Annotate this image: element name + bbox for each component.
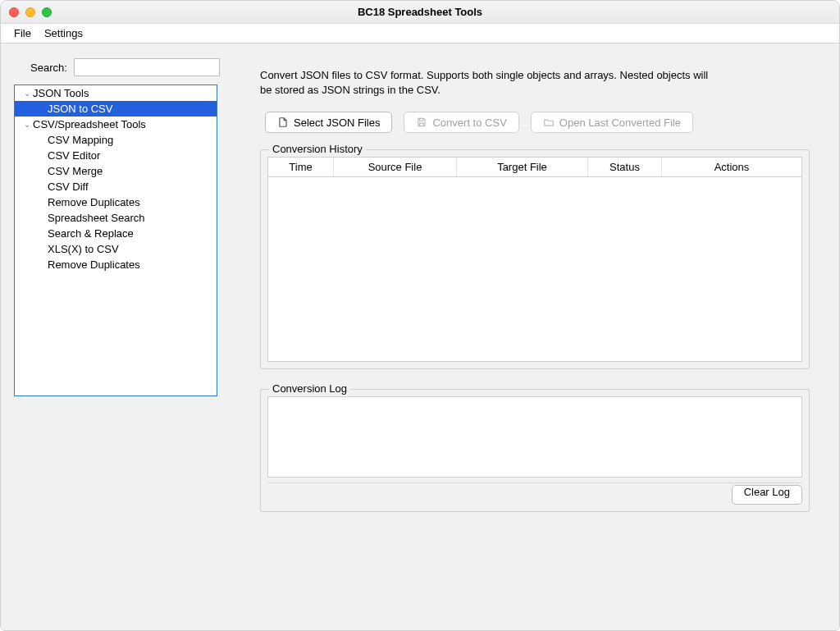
log-footer: Clear Log: [267, 482, 802, 505]
log-textarea[interactable]: [267, 396, 802, 478]
history-header: Time Source File Target File Status Acti…: [268, 158, 801, 177]
content: Search: ⌄ JSON Tools JSON to CSV ⌄ CSV/S…: [1, 43, 839, 630]
col-time[interactable]: Time: [268, 158, 334, 176]
menu-settings[interactable]: Settings: [38, 25, 89, 41]
menubar: File Settings: [1, 24, 839, 43]
tree-item-json-to-csv[interactable]: JSON to CSV: [15, 101, 217, 117]
close-icon[interactable]: [9, 7, 19, 17]
tree-item-search-replace[interactable]: Search & Replace: [15, 226, 217, 241]
chevron-down-icon: ⌄: [21, 89, 33, 98]
col-status[interactable]: Status: [588, 158, 662, 176]
col-actions[interactable]: Actions: [662, 158, 801, 176]
history-legend: Conversion History: [269, 143, 366, 155]
tree-group-json-tools[interactable]: ⌄ JSON Tools: [15, 85, 217, 101]
window-title: BC18 Spreadsheet Tools: [1, 6, 839, 18]
tree-item-label: Spreadsheet Search: [48, 212, 145, 224]
file-icon: [277, 117, 289, 128]
clear-log-button[interactable]: Clear Log: [732, 485, 802, 505]
tree-item-remove-duplicates-2[interactable]: Remove Duplicates: [15, 257, 217, 272]
minimize-icon[interactable]: [25, 7, 35, 17]
save-icon: [416, 117, 427, 128]
tree-item-label: Search & Replace: [48, 227, 134, 240]
tree-item-label: CSV Diff: [48, 181, 89, 193]
tree-item-label: Remove Duplicates: [48, 258, 140, 271]
search-label: Search:: [30, 62, 67, 74]
zoom-icon[interactable]: [42, 7, 52, 17]
tool-description: Convert JSON files to CSV format. Suppor…: [260, 68, 719, 97]
button-row: Select JSON Files Convert to CSV Open La…: [265, 112, 810, 133]
tree-group-csv-tools[interactable]: ⌄ CSV/Spreadsheet Tools: [15, 117, 217, 132]
tree-item-csv-mapping[interactable]: CSV Mapping: [15, 132, 217, 148]
tree-item-label: CSV Editor: [48, 149, 100, 162]
titlebar: BC18 Spreadsheet Tools: [1, 1, 839, 24]
log-legend: Conversion Log: [269, 382, 350, 395]
app-window: BC18 Spreadsheet Tools File Settings Sea…: [0, 0, 840, 631]
tree-group-label: CSV/Spreadsheet Tools: [33, 118, 146, 130]
col-target-file[interactable]: Target File: [457, 158, 588, 176]
conversion-history-group: Conversion History Time Source File Targ…: [260, 149, 810, 369]
tree-item-label: JSON to CSV: [48, 103, 112, 115]
window-controls: [9, 7, 52, 17]
conversion-log-group: Conversion Log Clear Log: [260, 389, 810, 512]
tree-item-label: XLS(X) to CSV: [48, 243, 119, 255]
chevron-down-icon: ⌄: [21, 120, 33, 129]
tree-item-xls-to-csv[interactable]: XLS(X) to CSV: [15, 241, 217, 257]
tree-item-remove-duplicates-1[interactable]: Remove Duplicates: [15, 194, 217, 210]
tool-tree[interactable]: ⌄ JSON Tools JSON to CSV ⌄ CSV/Spreadshe…: [14, 85, 217, 396]
tree-item-label: CSV Merge: [48, 165, 103, 177]
tree-group-label: JSON Tools: [33, 87, 89, 99]
convert-to-csv-button[interactable]: Convert to CSV: [404, 112, 518, 133]
search-row: Search:: [14, 58, 217, 76]
button-label: Open Last Converted File: [559, 117, 681, 129]
tree-item-csv-merge[interactable]: CSV Merge: [15, 163, 217, 179]
menu-file[interactable]: File: [7, 25, 38, 41]
button-label: Convert to CSV: [432, 117, 506, 129]
search-input[interactable]: [74, 58, 220, 76]
sidebar: Search: ⌄ JSON Tools JSON to CSV ⌄ CSV/S…: [1, 43, 231, 630]
history-table: Time Source File Target File Status Acti…: [267, 157, 802, 362]
tree-item-csv-editor[interactable]: CSV Editor: [15, 148, 217, 163]
history-body: [268, 177, 801, 361]
open-last-converted-button[interactable]: Open Last Converted File: [531, 112, 693, 133]
main-panel: Convert JSON files to CSV format. Suppor…: [231, 43, 839, 630]
button-label: Select JSON Files: [294, 117, 380, 129]
tree-item-label: CSV Mapping: [48, 134, 113, 146]
col-source-file[interactable]: Source File: [334, 158, 457, 176]
folder-icon: [543, 117, 555, 128]
tree-item-label: Remove Duplicates: [48, 196, 140, 208]
tree-item-spreadsheet-search[interactable]: Spreadsheet Search: [15, 210, 217, 226]
tree-item-csv-diff[interactable]: CSV Diff: [15, 179, 217, 194]
select-json-files-button[interactable]: Select JSON Files: [265, 112, 392, 133]
